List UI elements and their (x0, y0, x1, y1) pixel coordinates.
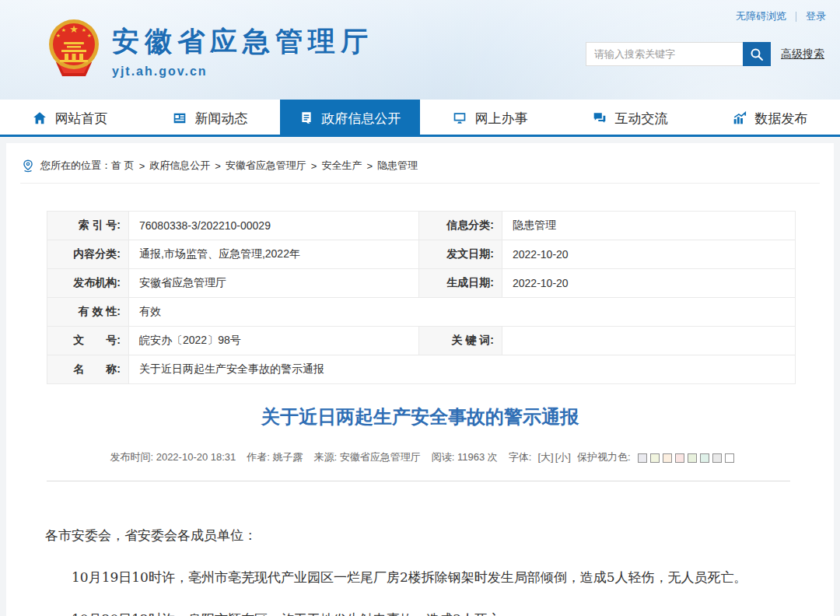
content-category-value: 通报,市场监管、应急管理,2022年 (129, 240, 419, 269)
news-icon (173, 111, 187, 125)
keywords-label: 关 键 词: (419, 327, 502, 355)
info-category-label: 信息分类: (419, 212, 502, 240)
nav-item-gov-info[interactable]: 政府信息公开 (280, 100, 420, 137)
search-icon (750, 47, 764, 61)
breadcrumb-item-gov-info[interactable]: 政府信息公开 (149, 159, 210, 173)
national-emblem-logo: ★ ★ ★ ★ ★ (47, 19, 101, 79)
site-title: 安徽省应急管理厅 (112, 23, 373, 60)
article-paragraph: 10月20日12时许，阜阳市颍东区一施工工地发生触电事故，造成3人死亡。 (45, 609, 793, 616)
article-meta: 发布时间: 2022-10-20 18:31 作者: 姚子露 来源: 安徽省应急… (6, 450, 834, 464)
index-number-value: 76080338-3/202210-00029 (129, 212, 419, 240)
eye-protect-color-swatch[interactable] (700, 453, 709, 463)
data-release-icon (733, 111, 747, 125)
site-brand: ★ ★ ★ ★ ★ 安徽省应急管理厅 yjt.ah.gov.cn (47, 19, 373, 79)
top-links: 无障碍浏览 登录 (736, 9, 826, 23)
breadcrumb-separator: > (215, 160, 221, 172)
article-title: 关于近日两起生产安全事故的警示通报 (6, 404, 834, 429)
eye-protect-color-swatch[interactable] (688, 453, 697, 463)
nav-item-home[interactable]: 网站首页 (0, 100, 140, 137)
main-nav: 网站首页 新闻动态 政府信息公开 网上办事 互动交流 数据发布 (0, 100, 840, 137)
nav-item-label: 新闻动态 (195, 110, 248, 128)
nav-item-label: 数据发布 (755, 110, 808, 128)
table-row: 索 引 号: 76080338-3/202210-00029 信息分类: 隐患管… (47, 212, 796, 240)
content-category-label: 内容分类: (47, 240, 129, 269)
table-row: 发布机构: 安徽省应急管理厅 生成日期: 2022-10-20 (47, 269, 796, 298)
eye-protect-color-swatch[interactable] (712, 453, 722, 463)
online-services-icon (453, 111, 467, 125)
login-link[interactable]: 登录 (806, 9, 826, 23)
article-author: 作者: 姚子露 (247, 450, 303, 464)
breadcrumb-separator: > (366, 160, 373, 172)
eye-protect-color-swatch[interactable] (725, 453, 734, 463)
nav-item-label: 网站首页 (55, 110, 108, 128)
search-input[interactable] (586, 42, 743, 66)
accessibility-link[interactable]: 无障碍浏览 (736, 9, 786, 23)
breadcrumb-divider (20, 183, 820, 184)
name-value: 关于近日两起生产安全事故的警示通报 (129, 355, 796, 384)
breadcrumb-item-home[interactable]: 首 页 (111, 159, 135, 173)
site-domain: yjt.ah.gov.cn (112, 65, 373, 79)
eye-protect-color-swatch[interactable] (675, 453, 684, 463)
create-date-label: 生成日期: (419, 269, 502, 298)
breadcrumb: 您所在的位置： 首 页 > 政府信息公开 > 安徽省应急管理厅 > 安全生产 >… (6, 152, 834, 183)
doc-number-value: 皖安办〔2022〕98号 (129, 327, 419, 355)
font-larger-button[interactable]: [大] (537, 450, 553, 464)
site-header: 无障碍浏览 登录 ★ ★ ★ ★ ★ 安徽省应急管理厅 yjt.ah.gov.c… (0, 0, 840, 100)
breadcrumb-item-hazard[interactable]: 隐患管理 (377, 159, 418, 173)
svg-text:★: ★ (69, 23, 79, 35)
article-body: 各市安委会，省安委会各成员单位： 10月19日10时许，亳州市亳芜现代产业园区一… (6, 481, 834, 616)
name-label: 名 称: (47, 355, 129, 384)
index-number-label: 索 引 号: (47, 212, 129, 240)
content-background: 您所在的位置： 首 页 > 政府信息公开 > 安徽省应急管理厅 > 安全生产 >… (0, 137, 840, 616)
view-count: 阅读: 11963 次 (432, 450, 498, 464)
svg-text:★: ★ (82, 27, 86, 33)
nav-item-label: 网上办事 (475, 110, 528, 128)
search-area: 高级搜索 (586, 42, 824, 66)
document-info-table: 索 引 号: 76080338-3/202210-00029 信息分类: 隐患管… (47, 211, 796, 384)
issue-date-label: 发文日期: (419, 240, 502, 269)
font-smaller-button[interactable]: [小] (555, 450, 571, 464)
svg-text:★: ★ (56, 33, 61, 38)
article-paragraph: 各市安委会，省安委会各成员单位： (45, 525, 793, 546)
article-paragraph: 10月19日10时许，亳州市亳芜现代产业园区一烂尾厂房2楼拆除钢架时发生局部倾倒… (45, 567, 793, 588)
brand-text: 安徽省应急管理厅 yjt.ah.gov.cn (112, 19, 373, 79)
breadcrumb-separator: > (311, 160, 317, 172)
eye-protect-color-swatch[interactable] (650, 453, 660, 463)
eye-protect-color-swatch[interactable] (663, 453, 672, 463)
location-pin-icon (22, 159, 34, 173)
publish-time: 发布时间: 2022-10-20 18:31 (110, 450, 236, 464)
search-button[interactable] (743, 42, 771, 66)
svg-text:★: ★ (87, 33, 92, 38)
svg-text:★: ★ (61, 27, 66, 33)
issue-date-value: 2022-10-20 (502, 240, 796, 269)
table-row: 文 号: 皖安办〔2022〕98号 关 键 词: (47, 327, 796, 355)
home-icon (33, 111, 47, 125)
nav-item-label: 互动交流 (615, 110, 668, 128)
breadcrumb-prefix: 您所在的位置： (40, 159, 111, 173)
interaction-icon (593, 111, 607, 125)
nav-item-news[interactable]: 新闻动态 (140, 100, 280, 137)
publisher-value: 安徽省应急管理厅 (129, 269, 419, 298)
breadcrumb-separator: > (139, 160, 145, 172)
keywords-value (502, 327, 796, 355)
nav-item-interaction[interactable]: 互动交流 (560, 100, 700, 137)
top-links-divider (796, 12, 796, 22)
nav-item-data-release[interactable]: 数据发布 (700, 100, 840, 137)
font-size-label: 字体: (509, 450, 532, 464)
breadcrumb-item-department[interactable]: 安徽省应急管理厅 (226, 159, 306, 173)
table-row: 名 称: 关于近日两起生产安全事故的警示通报 (47, 355, 796, 384)
gov-info-icon (299, 111, 313, 125)
eye-protect-label: 保护视力色: (577, 450, 631, 464)
advanced-search-link[interactable]: 高级搜索 (781, 47, 824, 61)
validity-value: 有效 (129, 298, 796, 327)
create-date-value: 2022-10-20 (502, 269, 796, 298)
nav-item-online-services[interactable]: 网上办事 (420, 100, 560, 137)
main-card: 您所在的位置： 首 页 > 政府信息公开 > 安徽省应急管理厅 > 安全生产 >… (6, 143, 834, 616)
article-source: 来源: 安徽省应急管理厅 (314, 450, 421, 464)
validity-label: 有 效 性: (47, 298, 129, 327)
eye-protect-color-swatch[interactable] (638, 453, 647, 463)
info-category-value: 隐患管理 (502, 212, 796, 240)
nav-item-label: 政府信息公开 (322, 110, 401, 128)
breadcrumb-item-safety[interactable]: 安全生产 (321, 159, 362, 173)
eye-protect-swatches (636, 452, 736, 464)
